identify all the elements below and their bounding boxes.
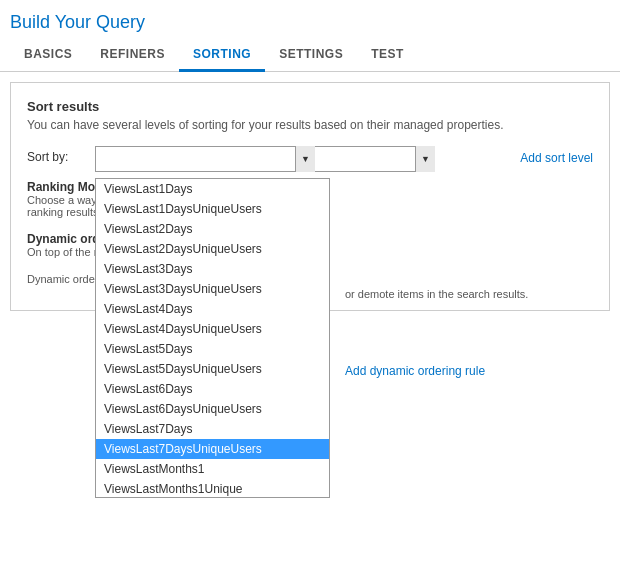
sort-field-dropdown[interactable]: ViewCountLifetime ▼ [95, 146, 315, 172]
list-item[interactable]: ViewsLast1DaysUniqueUsers [96, 199, 329, 219]
list-item[interactable]: ViewsLast2Days [96, 219, 329, 239]
tab-settings[interactable]: SETTINGS [265, 39, 357, 72]
sort-by-label: Sort by: [27, 146, 87, 164]
tab-test[interactable]: TEST [357, 39, 418, 72]
dropdown-list-inner[interactable]: ViewsLast1Days ViewsLast1DaysUniqueUsers… [96, 179, 329, 497]
sort-section-desc: You can have several levels of sorting f… [27, 118, 593, 132]
tab-sorting[interactable]: SORTING [179, 39, 265, 72]
content-area: Sort results You can have several levels… [10, 82, 610, 311]
list-item[interactable]: ViewsLast2DaysUniqueUsers [96, 239, 329, 259]
sort-controls: ViewCountLifetime ▼ Ascending ▼ [95, 146, 512, 172]
list-item[interactable]: ViewsLast5Days [96, 339, 329, 359]
add-sort-level-link[interactable]: Add sort level [520, 146, 593, 165]
list-item[interactable]: ViewsLast7Days [96, 419, 329, 439]
promote-demote-text: or demote items in the search results. [345, 288, 535, 300]
list-item[interactable]: ViewsLast3Days [96, 259, 329, 279]
list-item[interactable]: ViewsLast1Days [96, 179, 329, 199]
list-item[interactable]: ViewsLast4Days [96, 299, 329, 319]
list-item-selected[interactable]: ViewsLast7DaysUniqueUsers [96, 439, 329, 459]
sort-order-dropdown[interactable]: Ascending ▼ [315, 146, 435, 172]
dropdown-list-container: ViewsLast1Days ViewsLast1DaysUniqueUsers… [95, 178, 330, 498]
list-item[interactable]: ViewsLast6Days [96, 379, 329, 399]
add-dynamic-rule-link[interactable]: Add dynamic ordering rule [345, 364, 485, 378]
sort-row: Sort by: ViewCountLifetime ▼ Ascending ▼… [27, 146, 593, 172]
nav-tabs: BASICS REFINERS SORTING SETTINGS TEST [0, 39, 620, 72]
list-item[interactable]: ViewsLastMonths1Unique [96, 479, 329, 497]
list-item[interactable]: ViewsLast4DaysUniqueUsers [96, 319, 329, 339]
add-dynamic-ordering-rule[interactable]: Add dynamic ordering rule [345, 363, 485, 378]
tab-refiners[interactable]: REFINERS [86, 39, 179, 72]
list-item[interactable]: ViewsLast5DaysUniqueUsers [96, 359, 329, 379]
list-item[interactable]: ViewsLast3DaysUniqueUsers [96, 279, 329, 299]
page-title: Build Your Query [10, 12, 610, 33]
list-item[interactable]: ViewsLast6DaysUniqueUsers [96, 399, 329, 419]
tab-basics[interactable]: BASICS [10, 39, 86, 72]
page-header: Build Your Query [0, 0, 620, 39]
sort-field-input[interactable]: ViewCountLifetime [95, 146, 315, 172]
sort-section-title: Sort results [27, 99, 593, 114]
sort-order-input[interactable]: Ascending [315, 146, 435, 172]
list-item[interactable]: ViewsLastMonths1 [96, 459, 329, 479]
